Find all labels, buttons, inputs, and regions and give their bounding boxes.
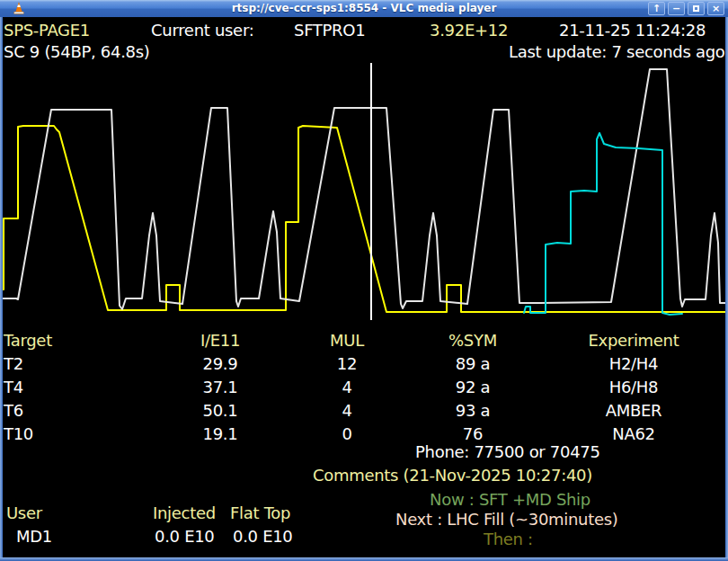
injected-column-label: Injected bbox=[153, 504, 216, 522]
beam-intensity-value: 3.92E+12 bbox=[430, 22, 508, 40]
table-row-t10-target: T10 bbox=[0, 423, 153, 446]
comment-now: Now : SFT +MD Ship bbox=[430, 491, 590, 509]
col-header-target: Target bbox=[0, 329, 153, 352]
maximize-button[interactable] bbox=[688, 2, 705, 15]
title-bar[interactable]: rtsp://cve-ccr-sps1:8554 - VLC media pla… bbox=[0, 0, 728, 17]
table-row-t4-experiment: H6/H8 bbox=[539, 376, 728, 399]
keep-above-button[interactable]: ↑ bbox=[648, 2, 665, 15]
trace-sftpro-intensity bbox=[2, 126, 726, 312]
table-row-t10-ie11: 19.1 bbox=[153, 423, 288, 446]
maximize-icon bbox=[693, 5, 699, 12]
table-row-t4-ie11: 37.1 bbox=[153, 376, 288, 399]
supercycle-info: SC 9 (54BP, 64.8s) bbox=[4, 43, 150, 61]
vlc-window: rtsp://cve-ccr-sps1:8554 - VLC media pla… bbox=[0, 0, 728, 561]
col-header-mul: MUL bbox=[288, 329, 406, 352]
col-header-experiment: Experiment bbox=[539, 329, 728, 352]
current-user-label: Current user: bbox=[151, 22, 253, 40]
user-column-label: User bbox=[6, 504, 42, 522]
minimize-button[interactable]: − bbox=[668, 2, 685, 15]
table-row-t4-mul: 4 bbox=[288, 376, 406, 399]
table-row-t4-sym: 92 a bbox=[406, 376, 539, 399]
window-title: rtsp://cve-ccr-sps1:8554 - VLC media pla… bbox=[0, 0, 728, 17]
current-user-value: SFTPRO1 bbox=[294, 22, 365, 40]
window-border-bottom bbox=[0, 557, 728, 561]
table-row-t6-ie11: 50.1 bbox=[153, 399, 288, 423]
user-row-name: MD1 bbox=[16, 528, 52, 546]
trace-magnet-cycle bbox=[2, 69, 726, 309]
user-row-injected: 0.0 E10 bbox=[155, 528, 215, 546]
table-row-t10-mul: 0 bbox=[288, 423, 406, 446]
target-table: Target I/E11 MUL %SYM Experiment T2 29.9… bbox=[0, 329, 728, 446]
comment-next: Next : LHC Fill (~30minutes) bbox=[395, 511, 618, 529]
comment-then: Then : bbox=[484, 530, 533, 548]
close-button[interactable]: × bbox=[707, 2, 724, 15]
col-header-sym: %SYM bbox=[406, 329, 539, 352]
table-row-t6-target: T6 bbox=[0, 399, 153, 423]
datetime: 21-11-25 11:24:28 bbox=[559, 22, 706, 40]
table-row-t2-mul: 12 bbox=[288, 352, 406, 376]
table-row-t2-experiment: H2/H4 bbox=[539, 352, 728, 376]
table-row-t2-ie11: 29.9 bbox=[153, 352, 288, 376]
flattop-column-label: Flat Top bbox=[230, 504, 290, 522]
comments-title: Comments (21-Nov-2025 10:27:40) bbox=[313, 467, 592, 485]
last-update: Last update: 7 seconds ago bbox=[509, 43, 725, 61]
table-row-t6-sym: 93 a bbox=[406, 399, 539, 423]
table-row-t4-target: T4 bbox=[0, 376, 153, 399]
window-border-left bbox=[0, 17, 3, 561]
trace-lhc-intensity bbox=[524, 133, 682, 315]
table-row-t2-target: T2 bbox=[0, 352, 153, 376]
page-title: SPS-PAGE1 bbox=[4, 22, 90, 40]
table-row-t6-experiment: AMBER bbox=[539, 399, 728, 423]
phone-line: Phone: 77500 or 70475 bbox=[415, 443, 600, 461]
col-header-ie11: I/E11 bbox=[153, 329, 288, 352]
table-row-t6-mul: 4 bbox=[288, 399, 406, 423]
table-row-t2-sym: 89 a bbox=[406, 352, 539, 376]
user-row-flattop: 0.0 E10 bbox=[233, 528, 293, 546]
